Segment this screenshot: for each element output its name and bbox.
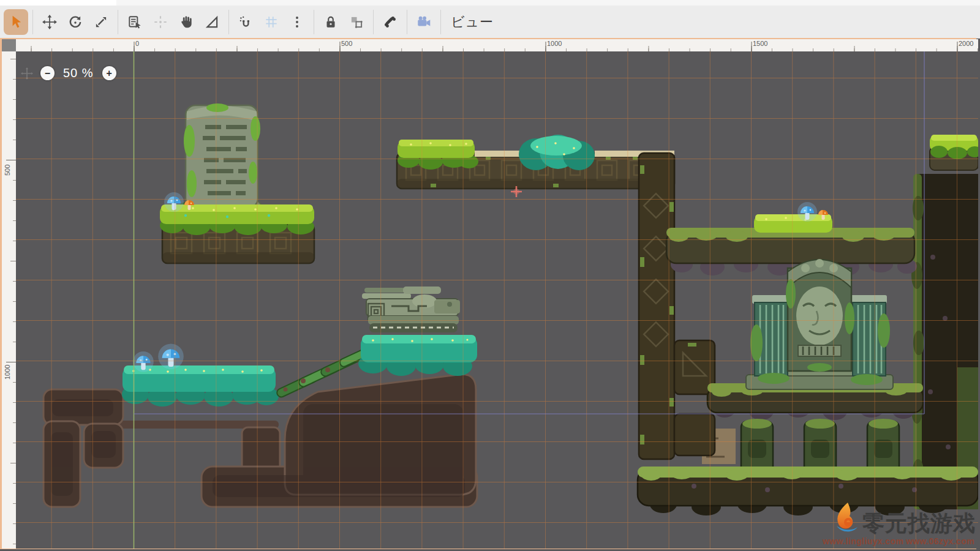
ruler-label: 2000 (959, 40, 973, 47)
camera-icon (416, 14, 432, 30)
kebab-menu-icon (289, 14, 305, 30)
scale-icon (93, 14, 109, 30)
toolbar-separator (228, 10, 229, 34)
toolbar-separator (407, 10, 407, 34)
watermark-flame-logo (829, 501, 862, 534)
toolbar-separator (118, 10, 118, 34)
group-node-button[interactable] (344, 9, 369, 35)
toolbar-separator (32, 10, 33, 34)
bone-icon (382, 14, 398, 30)
grid-overlay (16, 51, 978, 549)
toolbar-separator (440, 10, 441, 34)
ruler-triangle-icon (204, 14, 220, 30)
view-menu-button[interactable]: ビュー (445, 10, 500, 34)
zoom-controls: − 50 % + (40, 66, 116, 80)
ruler-major-ticks (16, 42, 978, 51)
active-tab-highlight (0, 0, 116, 6)
select-cursor-icon (8, 14, 24, 30)
tilemap-scene (16, 51, 978, 549)
horizontal-ruler[interactable]: 0 500 1000 1500 2000 (16, 39, 978, 52)
pan-tool-button[interactable] (174, 9, 198, 35)
pivot-tool-button[interactable] (148, 9, 173, 35)
toolbar-separator (373, 10, 374, 34)
grid-snap-icon (263, 14, 279, 30)
move-icon (42, 14, 58, 30)
watermark-url-left: www.lingliuyx.com (823, 536, 903, 546)
rotate-tool-button[interactable] (63, 9, 88, 35)
select-tool-button[interactable] (4, 9, 28, 35)
watermark-title: 零元找游戏 (862, 512, 976, 534)
viewport-workspace: 0 500 1000 1500 2000 500 1000 − 50 % + (0, 38, 976, 549)
editor-window: ビュー 0 500 1000 1500 2000 500 1000 − 50 % (0, 0, 980, 551)
toolbar-separator (314, 10, 314, 34)
smart-snap-button[interactable] (233, 9, 258, 35)
canvas-toolbar: ビュー (0, 6, 980, 39)
zoom-out-button[interactable]: − (40, 66, 55, 80)
lock-node-button[interactable] (318, 9, 343, 35)
lock-icon (323, 14, 339, 30)
watermark-url-right: www.06zyx.com (906, 536, 974, 546)
pan-hand-icon (178, 14, 194, 30)
pivot-icon (153, 14, 168, 30)
zoom-in-button[interactable]: + (102, 66, 116, 80)
scene-tab-strip (0, 0, 980, 6)
ruler-label: 500 (4, 165, 11, 176)
ruler-label: 1000 (547, 40, 562, 47)
move-tool-button[interactable] (37, 9, 62, 35)
list-select-tool-button[interactable] (123, 9, 147, 35)
scene-canvas[interactable]: − 50 % + (16, 51, 978, 549)
ruler-major-ticks (6, 51, 16, 549)
magnet-snap-icon (238, 14, 254, 30)
scale-tool-button[interactable] (89, 9, 113, 35)
list-select-icon (127, 14, 143, 30)
ruler-label: 1500 (753, 40, 767, 47)
ruler-label: 1000 (4, 365, 11, 380)
camera-override-button[interactable] (412, 9, 436, 35)
skeleton-options-button[interactable] (378, 9, 402, 35)
snap-options-button[interactable] (285, 9, 309, 35)
ruler-label: 500 (341, 40, 352, 47)
vertical-ruler[interactable]: 500 1000 (2, 51, 17, 549)
watermark: 零元找游戏 www.lingliuyx.com www.06zyx.com (821, 501, 976, 546)
ruler-corner (2, 39, 17, 52)
rotate-icon (67, 14, 83, 30)
ruler-tool-button[interactable] (200, 9, 224, 35)
group-icon (349, 14, 364, 30)
zoom-level-label[interactable]: 50 % (63, 66, 94, 80)
grid-snap-button[interactable] (259, 9, 284, 35)
drag-ghost-icon (21, 67, 33, 80)
ruler-label: 0 (135, 40, 139, 47)
